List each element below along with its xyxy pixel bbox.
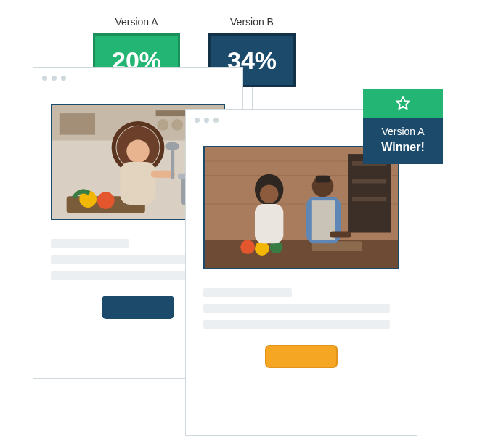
star-icon [395,95,411,111]
svg-point-4 [158,119,169,131]
svg-point-30 [255,241,269,256]
svg-point-34 [260,184,279,203]
version-a-label: Version A [93,16,180,28]
skeleton-line [51,239,129,248]
window-dot-icon [52,76,57,81]
version-b-label: Version B [208,16,296,28]
window-dot-icon [195,118,200,123]
svg-rect-24 [348,154,391,232]
window-dot-icon [204,118,209,123]
variant-b-text-skeleton [203,288,399,329]
variant-b-hero-image [203,146,399,269]
connector-b [252,87,253,110]
winner-badge: Version A Winner! [363,89,443,164]
svg-point-13 [126,140,149,163]
window-dot-icon [61,76,66,81]
svg-rect-16 [171,147,174,179]
svg-rect-35 [255,204,283,243]
svg-rect-28 [205,240,398,268]
winner-badge-top [363,89,443,118]
svg-rect-14 [120,162,155,205]
svg-point-17 [165,142,179,150]
svg-point-10 [97,192,115,209]
skeleton-line [203,288,292,297]
svg-rect-2 [60,113,95,135]
winner-badge-bottom: Version A Winner! [363,118,443,164]
window-dot-icon [213,118,219,123]
skeleton-line [203,320,390,329]
svg-rect-40 [330,232,351,238]
variant-a-cta-button[interactable] [102,296,174,319]
winner-version-label: Version A [367,125,439,139]
svg-rect-27 [352,197,386,201]
svg-rect-26 [352,179,386,184]
skeleton-line [203,304,390,313]
svg-point-5 [171,119,183,131]
svg-point-29 [240,240,255,254]
variant-b-cta-button[interactable] [265,345,338,368]
window-a-header [33,68,242,89]
svg-rect-37 [316,176,330,183]
svg-marker-41 [396,97,409,109]
winner-text: Winner! [367,139,439,155]
ab-test-diagram: Version A 20% Version B 34% [0,0,485,448]
window-dot-icon [42,76,47,81]
window-b-body [186,131,417,388]
